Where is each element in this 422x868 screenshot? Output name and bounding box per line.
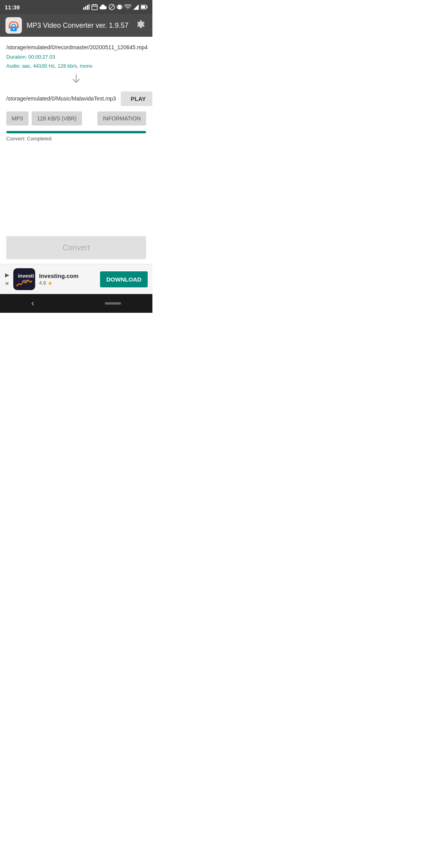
format-button[interactable]: MP3: [6, 111, 29, 126]
progress-container: Convert: Completed: [6, 131, 146, 142]
play-button[interactable]: PLAY: [121, 91, 152, 106]
status-bar: 11:39: [0, 0, 152, 14]
ad-banner: ▶ ✕ investing .com Investi: [0, 264, 152, 294]
nav-back-button[interactable]: ‹: [31, 298, 34, 308]
app-header: MP3 Video Converter ver. 1.9.57: [0, 14, 152, 37]
nav-home-indicator[interactable]: [105, 302, 121, 305]
calendar-icon: [91, 4, 98, 10]
status-time: 11:39: [5, 4, 20, 11]
progress-bar-fill: [6, 131, 146, 133]
source-audio: Audio: aac, 44100 Hz, 128 kb/s, mono: [6, 62, 148, 70]
signal-bars-icon: [83, 4, 89, 10]
svg-rect-2: [87, 5, 88, 10]
ad-app-name: Investing.com: [39, 273, 96, 279]
svg-rect-15: [147, 6, 148, 8]
info-button[interactable]: INFORMATION: [97, 111, 146, 126]
svg-line-9: [110, 5, 114, 9]
svg-rect-3: [89, 4, 90, 10]
app-icon: [5, 17, 22, 34]
ad-download-button[interactable]: DOWNLOAD: [100, 271, 148, 287]
bottom-area: Convert ▶ ✕ investing .com: [0, 231, 152, 313]
convert-button[interactable]: Convert: [6, 236, 146, 259]
svg-rect-10: [118, 5, 121, 9]
progress-bar-bg: [6, 131, 146, 133]
app-header-left: MP3 Video Converter ver. 1.9.57: [5, 17, 129, 34]
main-content: /storage/emulated/0/recordmaster/2020051…: [0, 37, 152, 145]
svg-point-21: [13, 28, 14, 30]
ad-rating-row: 4.6 ★: [39, 280, 96, 286]
settings-button[interactable]: [133, 17, 147, 34]
svg-rect-16: [141, 6, 145, 9]
ad-rating-value: 4.6: [39, 280, 46, 286]
battery-icon: [141, 5, 148, 9]
gear-icon: [134, 19, 145, 30]
nav-bar: ‹: [0, 294, 152, 313]
star-icon: ★: [48, 280, 53, 286]
source-file-row: /storage/emulated/0/recordmaster/2020051…: [6, 44, 146, 70]
source-duration: Duration: 00:00:27.03: [6, 53, 148, 61]
status-icons: [83, 4, 148, 10]
arrow-down-container: [6, 73, 146, 88]
source-file-path: /storage/emulated/0/recordmaster/2020051…: [6, 44, 148, 52]
ad-close-icon[interactable]: ✕: [5, 280, 9, 287]
source-file-info: /storage/emulated/0/recordmaster/2020051…: [6, 44, 152, 70]
convert-status: Convert: Completed: [6, 136, 146, 142]
ad-app-icon: investing .com: [13, 268, 35, 290]
signal-icon: [133, 4, 139, 10]
ad-text: Investing.com 4.6 ★: [39, 273, 96, 286]
format-row: MP3 128 KB/S (VBR) INFORMATION: [6, 111, 146, 126]
noad-icon: [109, 4, 115, 10]
wifi-icon: [124, 4, 131, 10]
svg-rect-19: [17, 25, 19, 29]
svg-text:investing: investing: [18, 273, 34, 279]
svg-rect-11: [117, 5, 118, 9]
ad-controls: ▶ ✕: [5, 272, 9, 287]
ad-play-icon[interactable]: ▶: [5, 272, 9, 278]
cloud-icon: [100, 4, 107, 10]
svg-rect-4: [92, 5, 97, 10]
svg-marker-13: [133, 4, 139, 10]
svg-rect-18: [9, 25, 11, 29]
app-title: MP3 Video Converter ver. 1.9.57: [27, 22, 129, 30]
svg-rect-12: [122, 5, 122, 9]
convert-btn-container: Convert: [0, 231, 152, 264]
bitrate-button[interactable]: 128 KB/S (VBR): [32, 111, 82, 126]
output-file-path: /storage/emulated/0/Music/MalavidaTest.m…: [6, 95, 121, 102]
svg-rect-1: [85, 6, 86, 10]
vibrate-icon: [117, 4, 122, 10]
output-file-row: /storage/emulated/0/Music/MalavidaTest.m…: [6, 91, 146, 106]
arrow-down-icon: [70, 73, 82, 88]
svg-rect-0: [83, 7, 84, 10]
